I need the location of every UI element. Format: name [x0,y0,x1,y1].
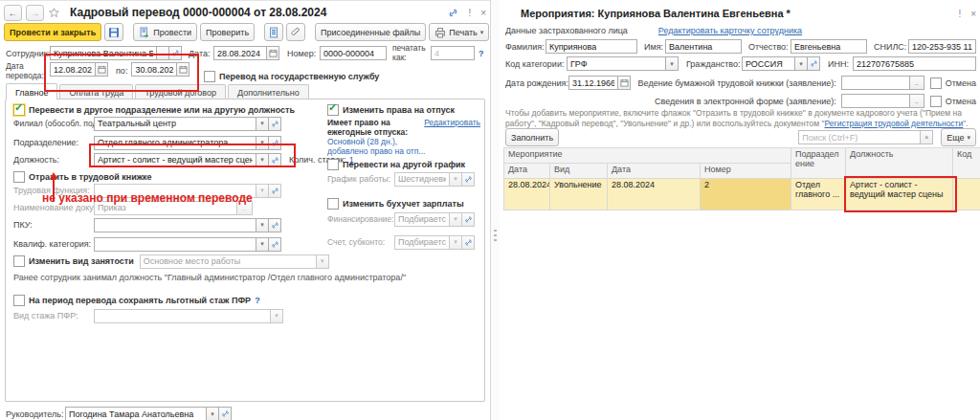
citizenship-input[interactable] [742,56,795,71]
electronic-input[interactable] [841,94,910,108]
labor-book-checkbox[interactable] [13,171,25,183]
column-header-number[interactable]: Номер [701,164,791,179]
open-link-button[interactable] [269,117,281,131]
calendar-button[interactable] [177,62,189,77]
gov-service-option[interactable]: Перевод на государственную службу [204,71,379,82]
search-input[interactable] [798,130,921,144]
pfr-checkbox[interactable] [13,295,25,306]
doc-name-input[interactable] [94,201,237,215]
close-icon[interactable]: × [970,9,976,19]
tab-additional[interactable]: Дополнительно [228,84,309,99]
snils-input[interactable] [908,39,976,54]
print-button[interactable]: Печать▾ [429,23,489,41]
tab-salary[interactable]: Оплата труда [59,84,133,99]
paper-book-cancel-checkbox[interactable] [930,77,942,89]
open-link-button[interactable] [808,56,820,71]
dropdown-button[interactable]: ▾ [450,172,462,187]
ellipsis-button[interactable]: .. [237,201,253,215]
pfr-type-input[interactable] [94,309,271,323]
register-activity-link[interactable]: Регистрация трудовой деятельности [825,119,964,128]
dropdown-button[interactable]: ▾ [256,117,269,131]
post-button[interactable]: Провести [133,23,197,41]
gov-service-checkbox[interactable] [204,71,215,82]
open-link-button[interactable] [219,407,232,420]
dropdown-button[interactable]: ▾ [271,309,283,323]
qual-category-input[interactable] [94,237,256,252]
pfr-help-icon[interactable]: ? [255,296,260,305]
edit-vacation-link[interactable]: Редактировать [424,119,480,128]
column-header-position[interactable]: Должность [846,148,953,179]
edit-employee-card-link[interactable]: Редактировать карточку сотрудника [658,26,802,35]
dropdown-button[interactable]: ▾ [256,136,269,150]
employment-checkbox[interactable] [13,255,25,267]
labor-function-input[interactable] [94,184,256,198]
lastname-input[interactable] [546,39,637,54]
birthdate-input[interactable] [568,76,618,90]
dropdown-button[interactable]: ▾ [450,212,462,227]
vacation-checkbox[interactable] [327,104,339,116]
dropdown-button[interactable]: ▾ [256,184,269,198]
info-icon[interactable]: ! [468,8,471,18]
column-header-department[interactable]: Подразделение [791,148,846,179]
transfer-checkbox[interactable] [13,104,25,116]
open-link-button[interactable] [269,153,281,167]
middlename-input[interactable] [791,39,867,54]
calendar-button[interactable] [96,62,108,77]
ellipsis-button[interactable]: .. [910,94,924,108]
tab-main[interactable]: Главное [6,83,57,99]
manager-input[interactable] [65,407,207,420]
post-and-close-button[interactable]: Провести и закрыть [4,23,101,41]
paper-book-input[interactable] [841,76,910,90]
attached-files-button[interactable]: Присоединенные файлы [315,23,426,41]
dropdown-button[interactable]: ▾ [256,153,269,167]
back-arrow-icon[interactable]: ← [4,5,22,21]
check-button[interactable]: Проверить [200,23,255,41]
date-from-input[interactable] [50,62,96,77]
open-link-button[interactable] [462,172,475,187]
document-movements-button[interactable] [264,23,283,41]
table-row[interactable]: 28.08.2024 Увольнение 28.08.2024 2 Отдел… [504,179,980,210]
open-link-button[interactable] [269,218,281,232]
column-header-date1[interactable]: Дата [504,164,550,179]
fill-button[interactable]: Заполнить [505,128,559,146]
column-header-code[interactable]: Код [953,148,980,179]
accounting-option[interactable]: Изменить бухучет зарплаты [327,196,464,211]
branch-input[interactable] [94,117,256,131]
save-button[interactable] [104,23,123,41]
forward-arrow-icon[interactable]: → [26,5,44,21]
clear-search-button[interactable]: × [921,130,933,144]
ellipsis-button[interactable]: .. [910,76,924,90]
column-header-event-group[interactable]: Мероприятие [504,148,791,164]
schedule-checkbox[interactable] [327,159,339,170]
inn-input[interactable] [853,56,976,71]
dropdown-button[interactable]: ▾ [207,407,219,420]
open-link-button[interactable] [269,136,281,150]
close-icon[interactable]: × [480,8,486,18]
dropdown-button[interactable]: ▾ [256,218,269,232]
favorite-star-icon[interactable] [48,7,60,19]
pfr-option[interactable]: На период перевода сохранять льготный ст… [13,293,260,308]
position-input[interactable] [94,153,256,167]
dropdown-button[interactable]: ▾ [666,56,679,71]
dropdown-button[interactable]: ▾ [795,56,808,71]
cell-number[interactable]: 2 [701,179,791,210]
cell-department[interactable]: Отдел главного ... [791,179,846,210]
schedule-input[interactable] [394,172,450,187]
dropdown-button[interactable]: ▾ [317,254,329,269]
open-link-button[interactable] [269,184,281,198]
column-header-date2[interactable]: Дата [608,164,701,179]
account-input[interactable] [394,235,450,250]
get-link-icon[interactable] [448,8,458,18]
info-icon[interactable]: ! [958,9,961,19]
tab-contract[interactable]: Трудовой договор [135,84,226,99]
cell-kind[interactable]: Увольнение [550,179,608,210]
dropdown-button[interactable]: ▾ [256,237,269,252]
more-button[interactable]: Еще▾ [941,128,976,146]
department-input[interactable] [94,136,256,150]
pku-input[interactable] [94,218,256,232]
open-link-button[interactable] [462,212,475,227]
category-input[interactable] [567,56,666,71]
electronic-cancel-checkbox[interactable] [930,96,942,107]
firstname-input[interactable] [665,39,742,54]
schedule-option[interactable]: Перевести на другой график [327,157,465,172]
